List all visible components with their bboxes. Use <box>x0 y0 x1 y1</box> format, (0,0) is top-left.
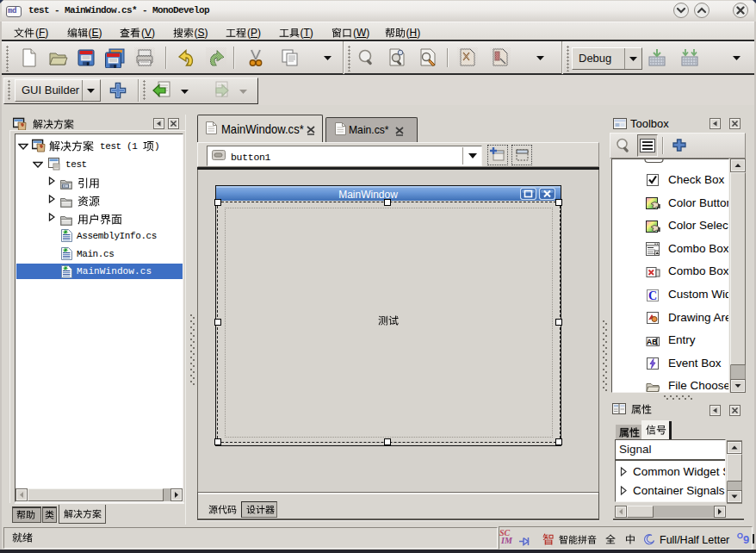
svg-text:AB: AB <box>647 338 657 346</box>
svg-text:C: C <box>648 289 657 302</box>
svg-text:9: 9 <box>743 533 749 545</box>
